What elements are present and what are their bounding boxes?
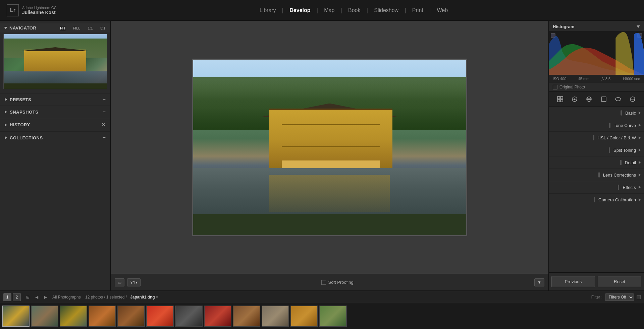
brush-tool-icon[interactable] — [628, 94, 637, 104]
zoom-3-1[interactable]: 3:1 — [99, 26, 106, 30]
basic-arrow — [639, 111, 641, 115]
original-photo-label: Original Photo — [559, 85, 585, 89]
tab-slideshow[interactable]: Slideshow — [368, 5, 405, 16]
presets-header[interactable]: Presets + — [0, 93, 110, 106]
zoom-fit[interactable]: FIT — [59, 26, 67, 30]
thumb-8[interactable] — [204, 306, 231, 327]
panel-split-toning-label: Split Toning — [613, 148, 636, 153]
grid-tool-icon[interactable] — [555, 94, 565, 104]
zoom-fill[interactable]: FILL — [72, 26, 81, 30]
thumb-6[interactable] — [146, 306, 174, 327]
filter-select[interactable]: Filters Off Flagged Rated — [605, 293, 634, 301]
view-mode-button[interactable]: ▭ — [115, 278, 124, 286]
thumb-5[interactable] — [117, 306, 145, 327]
right-panel-bottom: Previous Reset — [549, 272, 644, 290]
lens-toggle — [598, 172, 600, 178]
tab-print[interactable]: Print — [406, 5, 429, 16]
crop-tool-icon[interactable] — [570, 94, 579, 104]
thumb-3[interactable] — [60, 306, 87, 327]
hsl-toggle — [593, 135, 594, 140]
page-2-button[interactable]: 2 — [13, 293, 21, 301]
thumb-7[interactable] — [175, 306, 203, 327]
panel-detail-label: Detail — [625, 160, 636, 165]
svg-point-11 — [615, 97, 621, 101]
thumb-1[interactable] — [2, 306, 30, 327]
prev-photo-button[interactable]: ◀ — [33, 293, 40, 301]
thumb-11[interactable] — [290, 306, 318, 327]
basic-toggle — [621, 110, 622, 116]
histogram-collapse-icon — [637, 25, 640, 28]
histogram-canvas — [549, 31, 644, 75]
thumb-2[interactable] — [31, 306, 58, 327]
zoom-controls: FIT FILL 1:1 3:1 — [59, 26, 106, 30]
bottom-dropdown[interactable]: ▼ — [534, 278, 544, 286]
filename-dropdown[interactable]: ▾ — [156, 295, 158, 300]
split-toning-arrow — [639, 148, 641, 152]
history-header[interactable]: History ✕ — [0, 118, 110, 131]
tab-develop[interactable]: Develop — [283, 5, 316, 16]
presets-add-button[interactable]: + — [103, 97, 106, 102]
soft-proofing-toggle[interactable]: Soft Proofing — [321, 280, 353, 285]
collections-add-button[interactable]: + — [103, 135, 106, 140]
history-title: History — [10, 122, 30, 127]
zoom-1-1[interactable]: 1:1 — [87, 26, 94, 30]
tab-book[interactable]: Book — [342, 5, 366, 16]
thumb-12[interactable] — [319, 306, 347, 327]
split-toning-toggle — [609, 147, 610, 153]
filmstrip-settings-icon[interactable] — [637, 295, 641, 299]
foreground-plants — [193, 214, 466, 235]
panel-effects[interactable]: Effects — [549, 181, 644, 194]
yy-format-button[interactable]: YY▾ — [127, 278, 141, 286]
right-panel: Histogram — [548, 21, 644, 290]
snapshots-add-button[interactable]: + — [103, 109, 106, 115]
panel-basic-label: Basic — [625, 111, 636, 116]
previous-button[interactable]: Previous — [551, 276, 595, 287]
svg-rect-2 — [557, 100, 560, 102]
left-panel: Navigator FIT FILL 1:1 3:1 — [0, 21, 111, 290]
main-photo — [192, 59, 467, 236]
thumb-9[interactable] — [233, 306, 260, 327]
panel-basic[interactable]: Basic — [549, 107, 644, 119]
thumb-10[interactable] — [262, 306, 289, 327]
filename-label: Japan01.dng — [130, 295, 155, 300]
tab-library[interactable]: Library — [254, 5, 282, 16]
tone-curve-toggle — [609, 123, 610, 128]
page-1-button[interactable]: 1 — [3, 293, 11, 301]
next-photo-button[interactable]: ▶ — [42, 293, 49, 301]
panel-split-toning[interactable]: Split Toning — [549, 144, 644, 156]
collections-expand-icon — [5, 136, 7, 139]
original-photo-checkbox[interactable] — [553, 85, 557, 89]
tab-map[interactable]: Map — [318, 5, 340, 16]
snapshots-expand-icon — [5, 110, 7, 114]
tab-web[interactable]: Web — [431, 5, 454, 16]
navigator-header[interactable]: Navigator FIT FILL 1:1 3:1 — [0, 23, 110, 32]
panel-detail[interactable]: Detail — [549, 156, 644, 169]
collections-header[interactable]: Collections + — [0, 132, 110, 144]
panel-hsl[interactable]: HSL / Color / B & W — [549, 132, 644, 144]
redeye-tool-icon[interactable] — [599, 94, 608, 104]
radial-tool-icon[interactable] — [613, 94, 623, 104]
thumb-4[interactable] — [89, 306, 116, 327]
grid-view-button[interactable]: ⊞ — [24, 293, 32, 301]
image-area — [111, 21, 548, 274]
healing-tool-icon[interactable] — [584, 94, 594, 104]
navigator-title: Navigator — [9, 25, 36, 30]
reset-button[interactable]: Reset — [598, 276, 641, 287]
svg-point-14 — [634, 98, 635, 100]
navigator-image — [4, 34, 107, 89]
snapshots-header[interactable]: Snapshots + — [0, 106, 110, 118]
panel-camera-calibration[interactable]: Camera Calibration — [549, 194, 644, 206]
svg-point-8 — [587, 98, 589, 100]
app-name: Adobe Lightroom CC — [22, 6, 57, 10]
hsl-arrow — [639, 136, 641, 139]
soft-proofing-checkbox[interactable] — [321, 280, 326, 285]
snapshots-title: Snapshots — [10, 110, 38, 115]
panel-tone-curve[interactable]: Tone Curve — [549, 119, 644, 132]
panel-effects-label: Effects — [623, 185, 636, 190]
filmstrip-thumbnails — [0, 303, 644, 329]
panel-lens-corrections[interactable]: Lens Corrections — [549, 169, 644, 181]
camera-cal-arrow — [639, 198, 641, 201]
photos-count: 12 photos / 1 selected / — [85, 295, 127, 300]
history-close-button[interactable]: ✕ — [101, 122, 106, 128]
develop-panels: Basic Tone Curve HSL / Color / B & W Spl… — [549, 107, 644, 272]
